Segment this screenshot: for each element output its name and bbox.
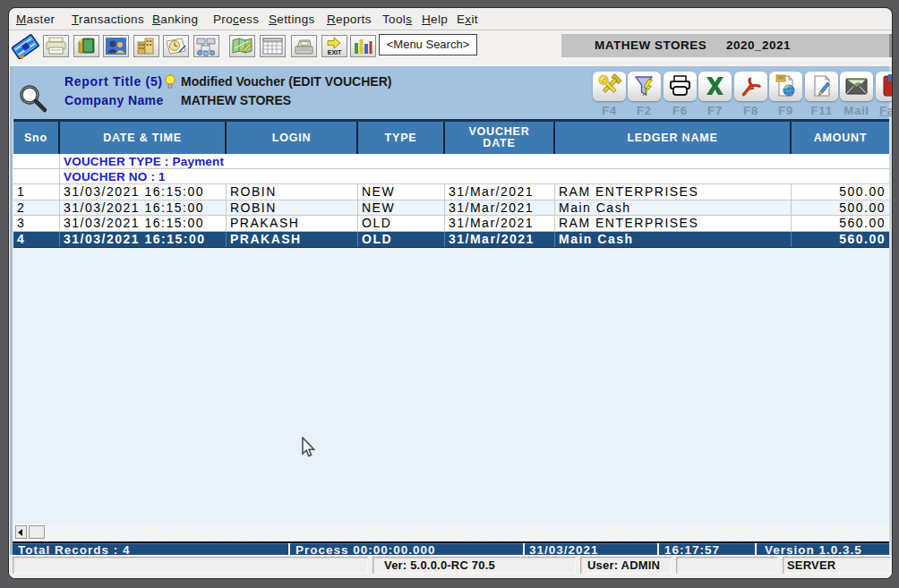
svg-text:EXIT: EXIT [328,49,342,55]
